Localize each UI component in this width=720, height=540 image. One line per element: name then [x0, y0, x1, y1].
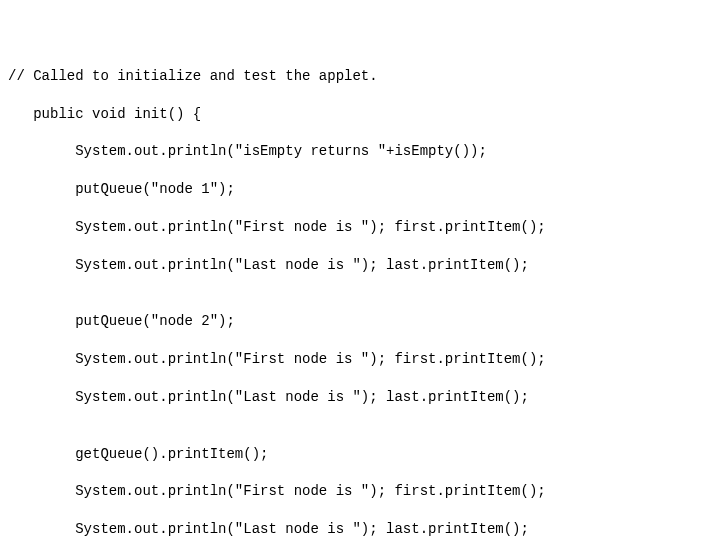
- code-line: System.out.println("Last node is "); las…: [8, 256, 720, 275]
- code-line: public void init() {: [8, 105, 720, 124]
- code-line: System.out.println("First node is "); fi…: [8, 218, 720, 237]
- code-line: System.out.println("First node is "); fi…: [8, 482, 720, 501]
- code-line: System.out.println("Last node is "); las…: [8, 388, 720, 407]
- code-block: // Called to initialize and test the app…: [0, 0, 720, 540]
- code-line: putQueue("node 2");: [8, 312, 720, 331]
- code-line: getQueue().printItem();: [8, 445, 720, 464]
- code-line: System.out.println("isEmpty returns "+is…: [8, 142, 720, 161]
- code-line: System.out.println("Last node is "); las…: [8, 520, 720, 539]
- code-line: putQueue("node 1");: [8, 180, 720, 199]
- code-line: // Called to initialize and test the app…: [8, 67, 720, 86]
- code-line: System.out.println("First node is "); fi…: [8, 350, 720, 369]
